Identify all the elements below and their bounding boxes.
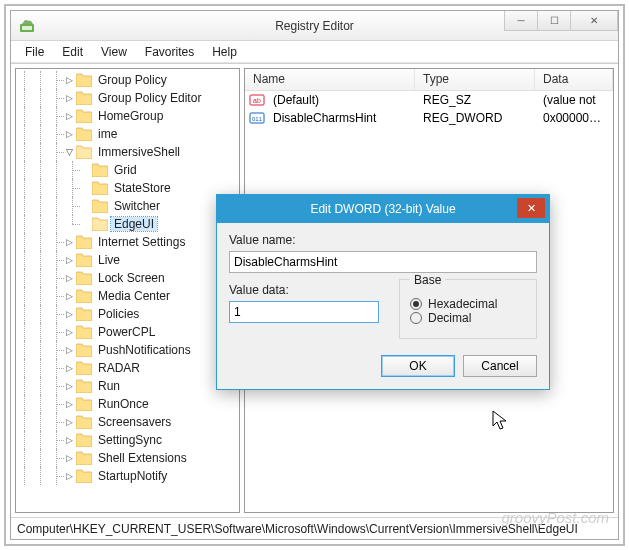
tree-label: Group Policy Editor [95, 91, 204, 105]
tree-item[interactable]: EdgeUI [16, 215, 239, 233]
tree-item[interactable]: StartupNotify [16, 467, 239, 485]
tree-item[interactable]: Shell Extensions [16, 449, 239, 467]
base-legend: Base [410, 273, 445, 287]
tree-item[interactable]: Lock Screen [16, 269, 239, 287]
tree-item[interactable]: ImmersiveShell [16, 143, 239, 161]
close-button[interactable]: ✕ [570, 11, 618, 31]
dialog-titlebar[interactable]: Edit DWORD (32-bit) Value ✕ [217, 195, 549, 223]
tree-item[interactable]: PushNotifications [16, 341, 239, 359]
tree-item[interactable]: Policies [16, 305, 239, 323]
expand-icon[interactable] [64, 93, 75, 104]
tree-item[interactable]: Group Policy [16, 71, 239, 89]
expand-icon[interactable] [64, 345, 75, 356]
menu-view[interactable]: View [93, 43, 135, 61]
col-name[interactable]: Name [245, 69, 415, 90]
radio-dot-icon [410, 312, 422, 324]
expand-icon[interactable] [64, 399, 75, 410]
tree-label: HomeGroup [95, 109, 166, 123]
dialog-title: Edit DWORD (32-bit) Value [310, 202, 455, 216]
expand-icon[interactable] [64, 255, 75, 266]
cell-type: REG_SZ [415, 93, 535, 107]
tree-label: EdgeUI [111, 217, 157, 231]
menu-edit[interactable]: Edit [54, 43, 91, 61]
tree-pane[interactable]: Group PolicyGroup Policy EditorHomeGroup… [15, 68, 240, 513]
tree-label: Grid [111, 163, 140, 177]
expand-icon[interactable] [64, 363, 75, 374]
expand-icon[interactable] [64, 273, 75, 284]
tree-label: Internet Settings [95, 235, 188, 249]
tree-label: Shell Extensions [95, 451, 190, 465]
col-data[interactable]: Data [535, 69, 613, 90]
menu-help[interactable]: Help [204, 43, 245, 61]
menubar: File Edit View Favorites Help [11, 41, 618, 63]
titlebar[interactable]: Registry Editor ─ ☐ ✕ [11, 11, 618, 41]
edit-dword-dialog: Edit DWORD (32-bit) Value ✕ Value name: … [216, 194, 550, 390]
radio-decimal[interactable]: Decimal [410, 308, 526, 328]
expand-icon[interactable] [64, 75, 75, 86]
cancel-button[interactable]: Cancel [463, 355, 537, 377]
valuedata-field[interactable] [229, 301, 379, 323]
list-row[interactable]: ab(Default)REG_SZ(value not [245, 91, 613, 109]
tree-item[interactable]: Screensavers [16, 413, 239, 431]
tree-label: StartupNotify [95, 469, 170, 483]
tree-item[interactable]: Run [16, 377, 239, 395]
cell-type: REG_DWORD [415, 111, 535, 125]
expand-icon[interactable] [64, 291, 75, 302]
expand-icon[interactable] [64, 381, 75, 392]
tree-item[interactable]: StateStore [16, 179, 239, 197]
expand-icon[interactable] [80, 183, 91, 194]
col-type[interactable]: Type [415, 69, 535, 90]
maximize-button[interactable]: ☐ [537, 11, 571, 31]
tree-label: Group Policy [95, 73, 170, 87]
tree-item[interactable]: PowerCPL [16, 323, 239, 341]
tree-item[interactable]: Switcher [16, 197, 239, 215]
cell-data: 0x00000000 [535, 111, 613, 125]
expand-icon[interactable] [80, 165, 91, 176]
tree-item[interactable]: Internet Settings [16, 233, 239, 251]
minimize-button[interactable]: ─ [504, 11, 538, 31]
tree-item[interactable]: Live [16, 251, 239, 269]
tree-label: Live [95, 253, 123, 267]
tree-label: Lock Screen [95, 271, 168, 285]
tree-label: ime [95, 127, 120, 141]
ok-button[interactable]: OK [381, 355, 455, 377]
tree-label: Run [95, 379, 123, 393]
list-row[interactable]: 011DisableCharmsHintREG_DWORD0x00000000 [245, 109, 613, 127]
expand-icon[interactable] [64, 417, 75, 428]
expand-icon[interactable] [80, 219, 91, 230]
expand-icon[interactable] [64, 111, 75, 122]
expand-icon[interactable] [64, 129, 75, 140]
tree-label: Screensavers [95, 415, 174, 429]
tree-label: PowerCPL [95, 325, 158, 339]
list-header[interactable]: Name Type Data [245, 69, 613, 91]
tree-item[interactable]: SettingSync [16, 431, 239, 449]
menu-favorites[interactable]: Favorites [137, 43, 202, 61]
tree-item[interactable]: RunOnce [16, 395, 239, 413]
expand-icon[interactable] [64, 327, 75, 338]
tree-item[interactable]: Grid [16, 161, 239, 179]
tree-item[interactable]: Media Center [16, 287, 239, 305]
menu-file[interactable]: File [17, 43, 52, 61]
expand-icon[interactable] [64, 453, 75, 464]
tree-item[interactable]: ime [16, 125, 239, 143]
cell-name: (Default) [265, 93, 415, 107]
expand-icon[interactable] [64, 237, 75, 248]
expand-icon[interactable] [64, 309, 75, 320]
valuename-field[interactable] [229, 251, 537, 273]
tree-item[interactable]: HomeGroup [16, 107, 239, 125]
tree-item[interactable]: Group Policy Editor [16, 89, 239, 107]
cell-data: (value not [535, 93, 613, 107]
tree-label: Policies [95, 307, 142, 321]
expand-icon[interactable] [64, 435, 75, 446]
expand-icon[interactable] [64, 471, 75, 482]
tree-item[interactable]: RADAR [16, 359, 239, 377]
expand-icon[interactable] [80, 201, 91, 212]
valuename-label: Value name: [229, 233, 537, 247]
tree-label: StateStore [111, 181, 174, 195]
dialog-close-button[interactable]: ✕ [517, 198, 545, 218]
tree-label: Switcher [111, 199, 163, 213]
tree-label: SettingSync [95, 433, 165, 447]
radio-dot-icon [410, 298, 422, 310]
cell-name: DisableCharmsHint [265, 111, 415, 125]
expand-icon[interactable] [64, 147, 75, 158]
